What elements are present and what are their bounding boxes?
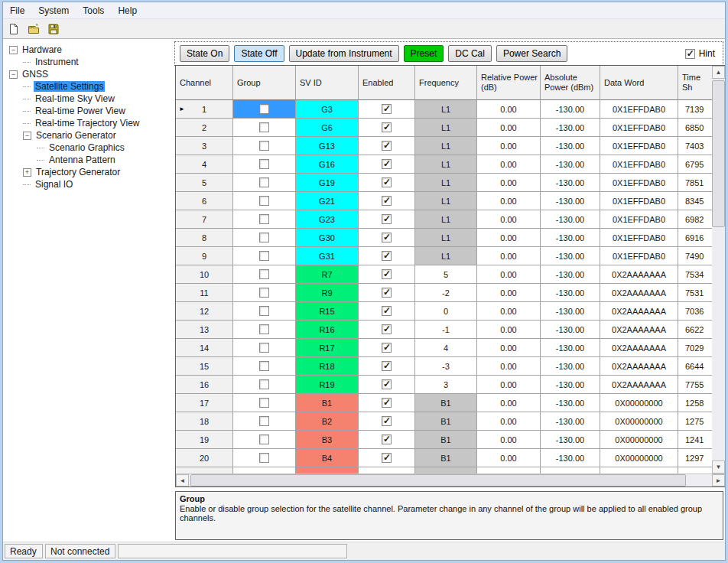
column-header-enabled[interactable]: Enabled [359,66,415,100]
data-word-cell[interactable]: 0X2AAAAAAA [600,321,678,339]
data-word-cell[interactable]: 0X00000000 [600,431,678,449]
absolute-power-cell[interactable]: -130.00 [541,412,600,431]
frequency-cell[interactable]: L1 [415,247,477,265]
data-word-cell[interactable]: 0X00000000 [600,449,678,467]
checkbox-icon[interactable] [685,49,695,59]
enabled-checkbox[interactable] [382,269,392,279]
relative-power-cell[interactable]: 0.00 [477,119,541,137]
scroll-left-icon[interactable]: ◄ [176,474,189,487]
group-checkbox[interactable] [259,306,269,316]
tree-item-instrument[interactable]: Instrument [3,56,173,68]
menu-item-file[interactable]: File [3,4,31,18]
sv-id-cell[interactable]: G13 [296,137,359,155]
absolute-power-cell[interactable]: -130.00 [541,394,600,412]
frequency-cell[interactable]: L1 [415,155,477,174]
sv-id-cell[interactable]: B1 [296,394,359,412]
tree-item-real-time-power-view[interactable]: Real-time Power View [3,105,173,117]
column-header-data-word[interactable]: Data Word [600,66,678,100]
group-cell[interactable] [233,210,296,229]
enabled-cell[interactable] [359,284,415,302]
time-shift-cell[interactable]: 1241 [678,431,713,449]
time-shift-cell[interactable]: 6982 [678,210,713,229]
enabled-cell[interactable] [359,137,415,155]
horizontal-scrollbar[interactable]: ◄ ► [176,474,725,487]
tree-item-trajectory-generator[interactable]: +Trajectory Generator [3,166,173,178]
relative-power-cell[interactable]: 0.00 [477,321,541,339]
tree-item-real-time-trajectory-view[interactable]: Real-time Trajectory View [3,117,173,129]
relative-power-cell[interactable]: 0.00 [477,210,541,229]
enabled-cell[interactable] [359,302,415,321]
relative-power-cell[interactable]: 0.00 [477,284,541,302]
frequency-cell[interactable]: B1 [415,449,477,467]
update-from-instrument-button[interactable]: Update from Instrument [289,45,399,62]
absolute-power-cell[interactable]: -130.00 [541,210,600,229]
data-word-cell[interactable]: 0X2AAAAAAA [600,357,678,376]
absolute-power-cell[interactable]: -130.00 [541,431,600,449]
frequency-cell[interactable]: 4 [415,339,477,357]
group-checkbox[interactable] [259,251,269,261]
enabled-cell[interactable] [359,210,415,229]
group-checkbox[interactable] [259,453,269,463]
absolute-power-cell[interactable]: -130.00 [541,229,600,247]
scroll-up-icon[interactable]: ▲ [712,66,725,79]
frequency-cell[interactable]: B1 [415,394,477,412]
enabled-checkbox[interactable] [382,214,392,224]
frequency-cell[interactable]: 0 [415,302,477,321]
enabled-cell[interactable] [359,431,415,449]
horizontal-scroll-track[interactable] [686,474,712,487]
sv-id-cell[interactable]: R16 [296,321,359,339]
enabled-checkbox[interactable] [382,177,392,187]
sv-id-cell[interactable]: R18 [296,357,359,376]
time-shift-cell[interactable]: 1297 [678,449,713,467]
relative-power-cell[interactable]: 0.00 [477,431,541,449]
enabled-checkbox[interactable] [382,379,392,389]
group-cell[interactable] [233,229,296,247]
data-word-cell[interactable]: 0X1EFFDAB0 [600,229,678,247]
group-checkbox[interactable] [259,104,269,114]
group-cell[interactable] [233,376,296,394]
tree-item-scenario-generator[interactable]: −Scenario Generator [3,129,173,142]
group-cell[interactable] [233,284,296,302]
enabled-checkbox[interactable] [382,196,392,206]
tree-item-real-time-sky-view[interactable]: Real-time Sky View [3,93,173,105]
group-checkbox[interactable] [259,196,269,206]
collapse-icon[interactable]: − [23,132,31,140]
time-shift-cell[interactable]: 7036 [678,302,713,321]
group-cell[interactable] [233,357,296,376]
sv-id-cell[interactable]: G19 [296,174,359,192]
time-shift-cell[interactable]: 7139 [678,100,713,119]
relative-power-cell[interactable]: 0.00 [477,302,541,321]
tree-item-scenario-graphics[interactable]: Scenario Graphics [3,142,173,154]
data-word-cell[interactable]: 0X1EFFDAB0 [600,119,678,137]
enabled-checkbox[interactable] [382,104,392,114]
scroll-right-icon[interactable]: ► [712,474,725,487]
data-word-cell[interactable]: 0X1EFFDAB0 [600,155,678,174]
enabled-checkbox[interactable] [382,343,392,353]
group-checkbox[interactable] [259,214,269,224]
data-word-cell[interactable]: 0X1EFFDAB0 [600,137,678,155]
sv-id-cell[interactable]: G21 [296,192,359,210]
vertical-scroll-track[interactable] [712,227,725,460]
sv-id-cell[interactable]: R19 [296,376,359,394]
enabled-cell[interactable] [359,339,415,357]
relative-power-cell[interactable]: 0.00 [477,449,541,467]
absolute-power-cell[interactable]: -130.00 [541,119,600,137]
group-checkbox[interactable] [259,233,269,242]
tree-item-signal-io[interactable]: Signal IO [3,178,173,190]
frequency-cell[interactable]: L1 [415,119,477,137]
time-shift-cell[interactable]: 6795 [678,155,713,174]
sv-id-cell[interactable]: G3 [296,100,359,119]
data-word-cell[interactable]: 0X1EFFDAB0 [600,174,678,192]
time-shift-cell[interactable]: 6850 [678,119,713,137]
time-shift-cell[interactable]: 1258 [678,394,713,412]
group-cell[interactable] [233,192,296,210]
tree-item-antenna-pattern[interactable]: Antenna Pattern [3,154,173,166]
relative-power-cell[interactable]: 0.00 [477,357,541,376]
data-word-cell[interactable]: 0X2AAAAAAA [600,376,678,394]
enabled-checkbox[interactable] [382,233,392,242]
column-header-relative-power-db-[interactable]: Relative Power (dB) [477,66,541,100]
frequency-cell[interactable]: L1 [415,100,477,119]
preset-button[interactable]: Preset [404,45,444,62]
group-checkbox[interactable] [259,269,269,279]
new-file-icon[interactable] [6,21,21,37]
